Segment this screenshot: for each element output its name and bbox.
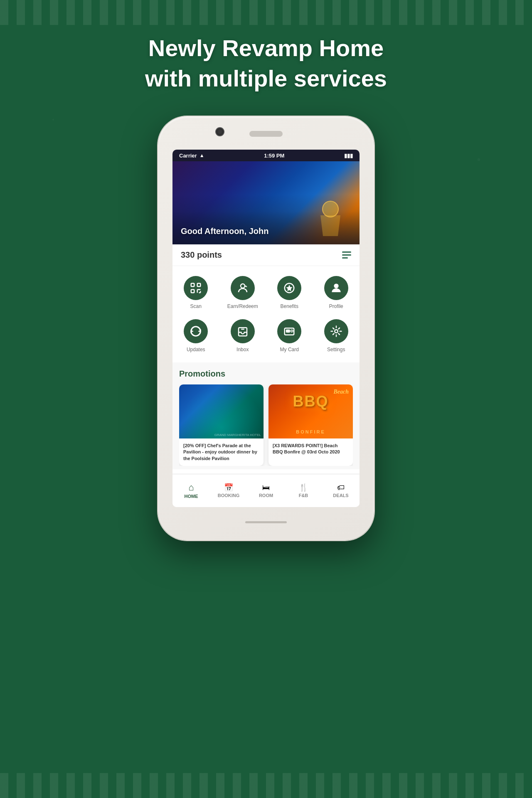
updates-icon xyxy=(190,325,202,337)
profile-icon-circle xyxy=(324,276,348,300)
settings-label: Settings xyxy=(327,347,345,352)
phone-speaker xyxy=(249,131,283,137)
menu-line-2 xyxy=(342,254,351,256)
border-top-decoration xyxy=(0,0,532,25)
bbq-script: Beach xyxy=(333,389,349,395)
phone-screen: Carrier ▲ 1:59 PM ▮▮▮ Good Afternoon, Jo… xyxy=(172,150,360,507)
settings-icon-circle xyxy=(324,319,348,343)
bbq-bonfire-text: BONFIRE xyxy=(296,429,325,434)
promo-title-2: [X3 REWARDS POINT!] Beach BBQ Bonfire @ … xyxy=(273,443,349,456)
watermark-1: GRAND MARGHERITA HOTEL xyxy=(214,433,261,437)
status-left: Carrier ▲ xyxy=(179,153,204,159)
benefits-icon xyxy=(283,282,296,294)
wifi-icon: ▲ xyxy=(200,153,204,158)
svg-rect-13 xyxy=(286,330,290,332)
monument-top xyxy=(322,201,339,217)
svg-point-9 xyxy=(334,284,338,288)
mycard-icon-circle xyxy=(277,319,301,343)
hero-banner: Good Afternoon, John xyxy=(172,161,360,244)
inbox-icon-circle xyxy=(231,319,255,343)
border-bottom-decoration xyxy=(0,773,532,798)
svg-point-7 xyxy=(241,284,245,288)
nav-fb[interactable]: 🍴 F&B xyxy=(285,480,322,501)
hero-greeting: Good Afternoon, John xyxy=(181,227,268,236)
promo-card-1[interactable]: GRAND MARGHERITA HOTEL [20% OFF] Chef's … xyxy=(179,384,264,466)
svg-rect-2 xyxy=(191,290,195,293)
nav-room[interactable]: 🛏 ROOM xyxy=(247,480,285,501)
nav-fb-label: F&B xyxy=(299,493,308,498)
inbox-label: Inbox xyxy=(236,347,249,352)
nav-deals[interactable]: 🏷 DEALS xyxy=(322,480,360,501)
profile-icon xyxy=(330,282,342,294)
updates-icon-circle xyxy=(184,319,208,343)
updates-label: Updates xyxy=(187,347,205,352)
deals-icon: 🏷 xyxy=(337,484,345,491)
promo-image-1: GRAND MARGHERITA HOTEL xyxy=(179,384,264,438)
nav-booking-label: BOOKING xyxy=(218,493,240,498)
nav-booking[interactable]: 📅 BOOKING xyxy=(210,480,247,501)
scan-icon xyxy=(190,282,202,294)
nav-deals-label: DEALS xyxy=(333,493,348,498)
pool-lights xyxy=(179,384,264,438)
benefits-button[interactable]: Benefits xyxy=(266,273,313,316)
profile-label: Profile xyxy=(329,303,343,309)
bbq-big-text: BBQ xyxy=(293,393,329,410)
monument-base xyxy=(318,215,343,236)
settings-icon xyxy=(330,325,342,337)
svg-point-15 xyxy=(335,330,338,333)
time-display: 1:59 PM xyxy=(264,153,284,159)
profile-button[interactable]: Profile xyxy=(313,273,360,316)
headline: Newly Revamp Home with multiple services xyxy=(0,33,532,94)
nav-home[interactable]: ⌂ HOME xyxy=(172,480,210,502)
city-lights xyxy=(281,195,347,236)
earn-redeem-icon-circle xyxy=(231,276,255,300)
promo-image-2: Beach BBQ BONFIRE xyxy=(268,384,353,438)
earn-redeem-button[interactable]: Earn/Redeem xyxy=(219,273,266,316)
nav-room-label: ROOM xyxy=(259,493,273,498)
settings-button[interactable]: Settings xyxy=(313,316,360,359)
scan-button[interactable]: Scan xyxy=(172,273,219,316)
svg-rect-1 xyxy=(197,283,201,287)
benefits-icon-circle xyxy=(277,276,301,300)
earn-redeem-label: Earn/Redeem xyxy=(227,303,258,309)
fb-icon: 🍴 xyxy=(299,484,308,491)
menu-line-3 xyxy=(342,257,348,259)
phone-camera xyxy=(216,128,224,135)
promo-card-2[interactable]: Beach BBQ BONFIRE [X3 REWARDS POINT!] Be… xyxy=(268,384,353,466)
promo-title-1: [20% OFF] Chef's Parade at the Pavilion … xyxy=(183,443,259,462)
svg-point-14 xyxy=(291,330,293,332)
room-icon: 🛏 xyxy=(262,484,270,491)
status-bar: Carrier ▲ 1:59 PM ▮▮▮ xyxy=(172,150,360,161)
phone-mockup: Carrier ▲ 1:59 PM ▮▮▮ Good Afternoon, Jo… xyxy=(158,116,374,540)
quick-actions-grid: Scan Earn/Redeem xyxy=(172,266,360,362)
scan-icon-circle xyxy=(184,276,208,300)
promotions-section: Promotions GRAND MARGHERITA HOTEL [20% O… xyxy=(172,362,360,469)
monument xyxy=(314,199,347,236)
promo-info-1: [20% OFF] Chef's Parade at the Pavilion … xyxy=(179,438,264,466)
scan-label: Scan xyxy=(190,303,202,309)
menu-button[interactable] xyxy=(342,251,351,259)
svg-rect-0 xyxy=(191,283,195,287)
inbox-button[interactable]: Inbox xyxy=(219,316,266,359)
promotions-title: Promotions xyxy=(179,369,353,379)
phone-top xyxy=(158,116,374,150)
promo-info-2: [X3 REWARDS POINT!] Beach BBQ Bonfire @ … xyxy=(268,438,353,460)
earn-redeem-icon xyxy=(236,282,249,294)
menu-line-1 xyxy=(342,251,351,253)
carrier-label: Carrier xyxy=(179,153,197,159)
mycard-icon xyxy=(283,325,296,337)
points-display: 330 points xyxy=(181,250,222,260)
inbox-icon xyxy=(236,325,249,337)
phone-body: Carrier ▲ 1:59 PM ▮▮▮ Good Afternoon, Jo… xyxy=(158,116,374,540)
battery-icon: ▮▮▮ xyxy=(344,153,353,159)
benefits-label: Benefits xyxy=(281,303,298,309)
mycard-button[interactable]: My Card xyxy=(266,316,313,359)
phone-bottom xyxy=(245,507,287,540)
points-bar: 330 points xyxy=(172,244,360,266)
promo-cards-container: GRAND MARGHERITA HOTEL [20% OFF] Chef's … xyxy=(179,384,353,466)
bottom-navigation: ⌂ HOME 📅 BOOKING 🛏 ROOM 🍴 F&B 🏷 DE xyxy=(172,474,360,507)
updates-button[interactable]: Updates xyxy=(172,316,219,359)
home-icon: ⌂ xyxy=(188,483,194,492)
nav-home-label: HOME xyxy=(185,494,198,499)
home-indicator xyxy=(245,521,287,523)
